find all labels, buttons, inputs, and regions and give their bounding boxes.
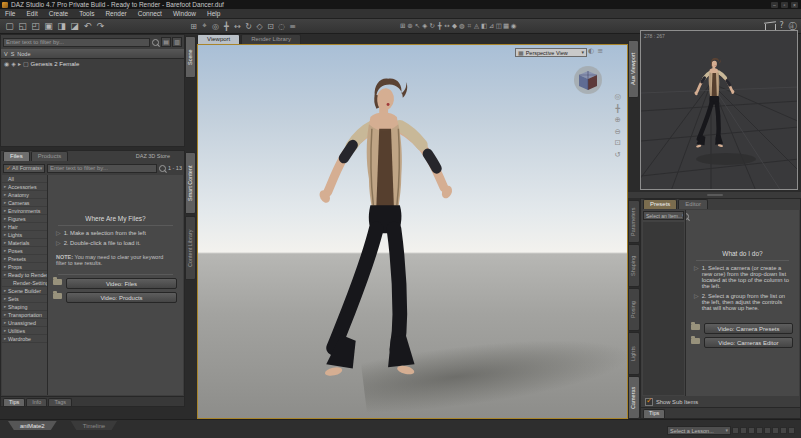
lesson-nav-button[interactable] bbox=[780, 427, 787, 434]
category-item[interactable]: ▸ Scene Builder bbox=[2, 287, 47, 295]
footer-tab[interactable]: Info bbox=[26, 398, 47, 406]
new-file-icon[interactable]: ▢ bbox=[3, 21, 16, 31]
node-editor-icon[interactable]: ◬ bbox=[473, 22, 480, 30]
visibility-eye-icon[interactable]: ◉ bbox=[4, 61, 9, 67]
timeline-tab[interactable]: Timeline bbox=[71, 421, 117, 430]
camera-tool-icon[interactable]: ◉ bbox=[510, 22, 517, 30]
translate-tool-icon[interactable]: ╋ bbox=[436, 22, 443, 30]
active-pose-tool-icon[interactable]: ◆ bbox=[451, 22, 458, 30]
lesson-nav-button[interactable] bbox=[756, 427, 763, 434]
render-icon[interactable]: ▦ bbox=[502, 22, 509, 30]
zoom-out-icon[interactable]: ⊖ bbox=[614, 128, 621, 136]
rotate-tool-icon[interactable]: ↻ bbox=[429, 22, 436, 30]
viewport-tab[interactable]: Render Library bbox=[241, 34, 301, 44]
lesson-dropdown[interactable]: Select a Lesson... ▾ bbox=[667, 426, 731, 435]
pointer-tool-icon[interactable]: ↖ bbox=[414, 22, 421, 30]
category-item[interactable]: ▸ Transportation bbox=[2, 311, 47, 319]
category-item[interactable]: ▸ Accessories bbox=[2, 183, 47, 191]
category-item[interactable]: ▸ Figures bbox=[2, 215, 47, 223]
video-link-button[interactable]: Video: Files bbox=[66, 278, 177, 289]
footer-tab[interactable]: Tags bbox=[48, 398, 72, 406]
viewport-tab[interactable]: Viewport bbox=[197, 34, 240, 44]
scene-node-row[interactable]: ◉ ◈ ▸ ▢ Genesis 2 Female bbox=[1, 59, 184, 68]
zoom-in-icon[interactable]: ⊕ bbox=[614, 116, 621, 124]
content-filter-input[interactable] bbox=[47, 164, 157, 173]
camera-group-list[interactable] bbox=[643, 222, 684, 395]
menu-item[interactable]: Create bbox=[49, 10, 69, 17]
menu-item[interactable]: Render bbox=[105, 10, 126, 17]
cameras-pane-tab[interactable]: Presets bbox=[643, 199, 677, 209]
drawstyle-icon[interactable]: ◐ bbox=[588, 48, 594, 55]
options-icon[interactable]: ≡ bbox=[287, 22, 298, 31]
footer-tab[interactable]: Tips bbox=[643, 409, 665, 418]
orbit-view-icon[interactable]: ◎ bbox=[614, 93, 621, 101]
aux-viewport-canvas[interactable]: 278 : 267 bbox=[640, 30, 798, 190]
scale-tool-icon[interactable]: ↔ bbox=[443, 22, 450, 30]
category-item[interactable]: Render-Settings bbox=[2, 279, 47, 287]
scene-node-label[interactable]: Genesis 2 Female bbox=[31, 61, 80, 67]
redo-icon[interactable]: ↷ bbox=[94, 21, 107, 31]
lesson-nav-button[interactable] bbox=[772, 427, 779, 434]
category-item[interactable]: ▸ Presets bbox=[2, 255, 47, 263]
constrain-icon[interactable]: ◌ bbox=[276, 22, 287, 31]
lesson-nav-button[interactable] bbox=[732, 427, 739, 434]
minimize-button[interactable]: – bbox=[771, 2, 778, 8]
powerpose-tool-icon[interactable]: ◍ bbox=[458, 22, 465, 30]
lesson-nav-button[interactable] bbox=[764, 427, 771, 434]
daz-3d-store-link[interactable]: DAZ 3D Store bbox=[136, 153, 170, 159]
camera-selector-dropdown[interactable]: ▦ Perspective View ▾ bbox=[515, 48, 587, 57]
category-item[interactable]: ▸ Props bbox=[2, 263, 47, 271]
menu-item[interactable]: File bbox=[5, 10, 15, 17]
dolly-icon[interactable]: ↔ bbox=[232, 22, 243, 31]
smart-content-tab[interactable]: Products bbox=[31, 151, 69, 161]
select-item-dropdown[interactable]: Select an Item... ▾ bbox=[643, 211, 684, 220]
category-item[interactable]: ▸ Environments bbox=[2, 207, 47, 215]
category-item[interactable]: ▸ Anatomy bbox=[2, 191, 47, 199]
lesson-nav-button[interactable] bbox=[740, 427, 747, 434]
rotate-icon[interactable]: ↻ bbox=[243, 22, 254, 31]
tab-scene[interactable]: Scene bbox=[185, 36, 196, 78]
cameras-pane-tab[interactable]: Editor bbox=[678, 199, 708, 209]
lesson-nav-button[interactable] bbox=[788, 427, 795, 434]
footer-tab[interactable]: Tips bbox=[3, 398, 25, 406]
viewport-menu-icon[interactable]: ≡ bbox=[597, 48, 603, 55]
video-link-button[interactable]: Video: Camera Presets bbox=[704, 323, 793, 334]
spot-render-icon[interactable]: ◫ bbox=[495, 22, 502, 30]
category-item[interactable]: ▸ Shaping bbox=[2, 303, 47, 311]
category-item[interactable]: ▸ Lights bbox=[2, 231, 47, 239]
right-dock-tab[interactable]: Cameras bbox=[628, 376, 640, 419]
save-file-icon[interactable]: ▣ bbox=[42, 21, 55, 31]
menu-item[interactable]: Connect bbox=[138, 10, 162, 17]
category-item[interactable]: ▸ Utilities bbox=[2, 327, 47, 335]
category-item[interactable]: ▸ Poses bbox=[2, 247, 47, 255]
video-link-button[interactable]: Video: Products bbox=[66, 292, 177, 303]
search-icon[interactable] bbox=[686, 213, 689, 220]
category-item[interactable]: All bbox=[2, 175, 47, 183]
scene-filter-input[interactable] bbox=[3, 38, 150, 47]
reset-view-icon[interactable]: ↺ bbox=[614, 151, 621, 159]
category-item[interactable]: ▸ Wardrobe bbox=[2, 335, 47, 343]
right-dock-tab[interactable]: Lights bbox=[628, 332, 640, 375]
viewport-canvas[interactable]: ▦ Perspective View ▾ ◐≡ ◎╋⊕⊖⊡↺ bbox=[197, 44, 628, 419]
lesson-nav-button[interactable] bbox=[748, 427, 755, 434]
surface-tool-icon[interactable]: ◧ bbox=[480, 22, 487, 30]
figure-3d[interactable] bbox=[288, 75, 494, 415]
selectability-icon[interactable]: ◈ bbox=[11, 61, 16, 67]
format-filter-dropdown[interactable]: ✓ All Formats ▾ bbox=[3, 164, 45, 173]
video-link-button[interactable]: Video: Cameras Editor bbox=[704, 337, 793, 348]
scene-navigator-icon[interactable]: ⊞ bbox=[399, 22, 406, 30]
export-icon[interactable]: ◪ bbox=[68, 21, 81, 31]
filter-options-icon[interactable]: ▤ bbox=[161, 37, 171, 47]
save-as-icon[interactable]: ◨ bbox=[55, 21, 68, 31]
category-item[interactable]: ▸ Ready to Render bbox=[2, 271, 47, 279]
open-file-icon[interactable]: ◱ bbox=[16, 21, 29, 31]
tab-content-library[interactable]: Content Library bbox=[185, 216, 196, 280]
pane-menu-icon[interactable]: ≡ bbox=[789, 23, 794, 29]
category-item[interactable]: ▸ Sets bbox=[2, 295, 47, 303]
right-dock-tab[interactable]: Parameters bbox=[628, 200, 640, 243]
category-item[interactable]: ▸ Cameras bbox=[2, 199, 47, 207]
frame-view-icon[interactable]: ⊡ bbox=[614, 139, 621, 147]
view-cube[interactable] bbox=[573, 65, 603, 95]
menu-item[interactable]: Window bbox=[173, 10, 196, 17]
category-item[interactable]: ▸ Materials bbox=[2, 239, 47, 247]
